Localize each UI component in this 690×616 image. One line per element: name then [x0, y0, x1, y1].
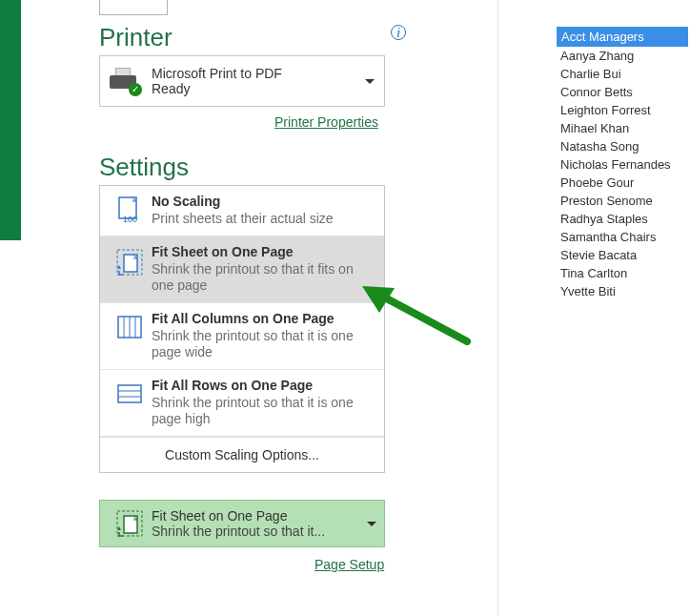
- preview-row: Phoebe Gour: [557, 174, 688, 192]
- fit-columns-icon: [108, 311, 152, 341]
- option-title: Fit Sheet on One Page: [152, 244, 375, 259]
- svg-marker-14: [117, 526, 121, 530]
- printer-name: Microsoft Print to PDF: [152, 66, 282, 81]
- preview-row: Tina Carlton: [557, 264, 688, 282]
- option-desc: Shrink the printout so that it is one pa…: [152, 328, 375, 361]
- preview-row: Mihael Khan: [557, 119, 688, 137]
- preview-row: Yvette Biti: [557, 282, 688, 300]
- option-desc: Shrink the printout so that it is one pa…: [152, 395, 375, 428]
- option-title: Fit All Columns on One Page: [152, 311, 375, 326]
- option-desc: Print sheets at their actual size: [152, 211, 334, 228]
- no-scaling-icon: 100: [108, 194, 152, 224]
- scaling-option-fit-rows[interactable]: Fit All Rows on One Page Shrink the prin…: [100, 370, 384, 437]
- chevron-down-icon: [367, 522, 376, 526]
- option-title: Fit All Rows on One Page: [152, 378, 375, 393]
- scaling-dropdown-list: 100 No Scaling Print sheets at their act…: [99, 185, 385, 473]
- selected-desc: Shrink the printout so that it...: [152, 524, 325, 539]
- pane-divider: [497, 0, 498, 616]
- option-title: No Scaling: [152, 194, 334, 209]
- custom-scaling-option[interactable]: Custom Scaling Options...: [100, 437, 384, 472]
- preview-row: Stevie Bacata: [557, 246, 688, 264]
- info-icon[interactable]: i: [391, 25, 406, 40]
- backstage-rail: [0, 0, 21, 240]
- svg-rect-9: [118, 385, 141, 402]
- printer-properties-link[interactable]: Printer Properties: [274, 114, 378, 130]
- preview-row: Connor Betts: [557, 83, 688, 101]
- selected-title: Fit Sheet on One Page: [152, 508, 325, 524]
- svg-marker-4: [117, 265, 121, 269]
- printer-text: Microsoft Print to PDF Ready: [152, 66, 282, 96]
- preview-row: Charlie Bui: [557, 65, 688, 83]
- printer-header: Printer: [99, 23, 172, 52]
- page-setup-link[interactable]: Page Setup: [315, 557, 384, 572]
- preview-row: Radhya Staples: [557, 210, 688, 228]
- fit-sheet-icon: [108, 507, 152, 540]
- preview-row: Nicholas Fernandes: [557, 155, 688, 174]
- preview-header: Acct Managers: [557, 27, 688, 47]
- printer-selector[interactable]: ✓ Microsoft Print to PDF Ready: [99, 55, 385, 107]
- fit-sheet-icon: [108, 244, 152, 278]
- printer-status: Ready: [152, 81, 282, 96]
- preview-row: Preston Senome: [557, 192, 688, 210]
- scaling-option-fit-sheet[interactable]: Fit Sheet on One Page Shrink the printou…: [100, 236, 384, 303]
- preview-managers-list: Acct Managers Aanya ZhangCharlie BuiConn…: [557, 27, 688, 300]
- option-desc: Shrink the printout so that it fits on o…: [152, 261, 375, 295]
- chevron-down-icon: [365, 79, 375, 84]
- fit-rows-icon: [108, 378, 152, 408]
- preview-row: Samantha Chairs: [557, 228, 688, 246]
- scaling-option-no-scaling[interactable]: 100 No Scaling Print sheets at their act…: [100, 186, 384, 236]
- preview-row: Leighton Forrest: [557, 101, 688, 119]
- svg-text:100: 100: [123, 215, 137, 224]
- copies-box[interactable]: [99, 0, 168, 15]
- print-settings-pane: i Printer ✓ Microsoft Print to PDF Ready…: [21, 0, 497, 616]
- preview-row: Aanya Zhang: [557, 47, 688, 65]
- printer-icon: ✓: [110, 68, 140, 94]
- scaling-dropdown-button[interactable]: Fit Sheet on One Page Shrink the printou…: [99, 500, 385, 547]
- settings-header: Settings: [99, 153, 189, 182]
- scaling-option-fit-columns[interactable]: Fit All Columns on One Page Shrink the p…: [100, 303, 384, 370]
- preview-row: Natasha Song: [557, 137, 688, 155]
